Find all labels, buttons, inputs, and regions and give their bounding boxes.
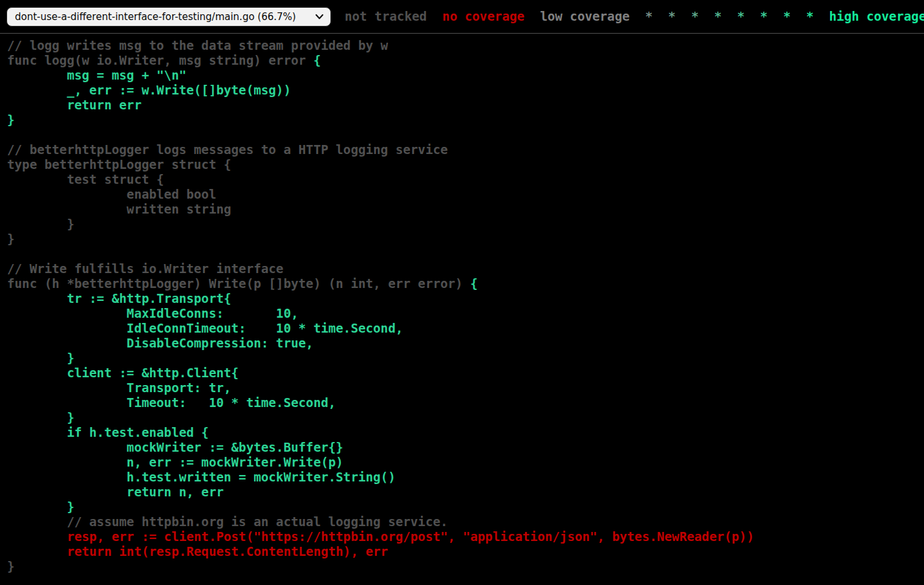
- code-segment-cov8: { tr := &http.Transport{ MaxIdleConns: 1…: [7, 276, 478, 440]
- legend-star-cov4: *: [691, 9, 699, 24]
- file-select[interactable]: dont-use-a-different-interface-for-testi…: [6, 7, 331, 27]
- legend-star-cov3: *: [668, 9, 676, 24]
- source-code: // logg writes msg to the data stream pr…: [0, 38, 924, 574]
- code-segment-cov0: resp, err := client.Post("https://httpbi…: [7, 529, 754, 559]
- legend-star-cov5: *: [714, 9, 722, 24]
- legend-star-cov7: *: [760, 9, 768, 24]
- content: // logg writes msg to the data stream pr…: [0, 0, 924, 574]
- file-nav: dont-use-a-different-interface-for-testi…: [6, 7, 331, 27]
- legend-star-cov6: *: [737, 9, 745, 24]
- legend-not-tracked: not tracked: [345, 9, 427, 24]
- legend-star-cov2: *: [645, 9, 653, 24]
- legend-star-cov8: *: [783, 9, 791, 24]
- coverage-legend: not trackedno coveragelow coverage******…: [337, 0, 924, 34]
- legend-star-cov9: *: [806, 9, 814, 24]
- topbar: dont-use-a-different-interface-for-testi…: [0, 0, 924, 34]
- legend-no-coverage: no coverage: [442, 9, 524, 24]
- legend-low-coverage: low coverage: [540, 9, 630, 24]
- code-segment-untracked: // logg writes msg to the data stream pr…: [7, 38, 388, 68]
- code-segment-untracked: // betterhttpLogger logs messages to a H…: [7, 142, 470, 291]
- legend-high-coverage: high coverage: [829, 9, 924, 24]
- code-segment-untracked: }: [7, 559, 15, 574]
